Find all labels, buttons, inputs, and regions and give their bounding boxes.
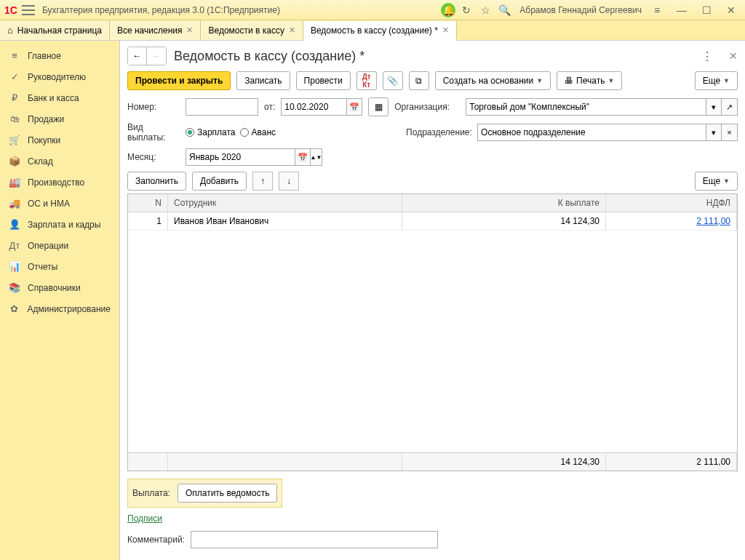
spinner-icon[interactable]: ▲▼ bbox=[311, 148, 322, 166]
number-label: Номер: bbox=[127, 102, 180, 112]
number-input[interactable] bbox=[186, 98, 258, 116]
total-tax: 2 111,00 bbox=[606, 453, 737, 471]
org-input[interactable] bbox=[466, 98, 706, 116]
star-icon[interactable]: ☆ bbox=[477, 2, 493, 18]
radio-icon bbox=[186, 128, 194, 137]
sidebar-item-admin[interactable]: ✿Администрирование bbox=[0, 298, 119, 319]
page-title: Ведомость в кассу (создание) * bbox=[174, 49, 364, 64]
date-input[interactable] bbox=[281, 98, 346, 116]
ruble-icon: ₽ bbox=[9, 92, 20, 103]
dropdown-icon[interactable]: ▾ bbox=[706, 98, 722, 116]
attach-button[interactable]: 📎 bbox=[383, 71, 403, 90]
details-button[interactable]: ▦ bbox=[368, 97, 389, 116]
truck-icon: 🚚 bbox=[9, 198, 20, 209]
forward-button[interactable]: → bbox=[147, 47, 166, 65]
main-toolbar: Провести и закрыть Записать Провести ДтК… bbox=[127, 71, 738, 90]
person-icon: 👤 bbox=[9, 219, 20, 230]
sidebar-item-production[interactable]: 🏭Производство bbox=[0, 172, 119, 193]
create-based-button[interactable]: Создать на основании▼ bbox=[435, 71, 551, 90]
sidebar-item-operations[interactable]: ДтОперации bbox=[0, 235, 119, 256]
tab-all-accruals[interactable]: Все начисления ✕ bbox=[110, 20, 202, 40]
post-button[interactable]: Провести bbox=[296, 71, 351, 90]
radio-icon bbox=[240, 128, 249, 137]
dept-label: Подразделение: bbox=[406, 127, 471, 137]
cell-topay: 14 124,30 bbox=[402, 212, 606, 230]
save-button[interactable]: Записать bbox=[236, 71, 290, 90]
sidebar-item-reports[interactable]: 📊Отчеты bbox=[0, 256, 119, 277]
radio-salary[interactable]: Зарплата bbox=[186, 127, 236, 137]
sidebar-item-purchases[interactable]: 🛒Покупки bbox=[0, 129, 119, 151]
cell-n: 1 bbox=[128, 212, 168, 230]
maximize-icon[interactable]: ☐ bbox=[698, 2, 714, 18]
table-row[interactable]: 1 Иванов Иван Иванович 14 124,30 2 111,0… bbox=[128, 212, 737, 231]
related-button[interactable]: ⧉ bbox=[409, 71, 429, 90]
sidebar-item-payroll[interactable]: 👤Зарплата и кадры bbox=[0, 214, 119, 235]
sidebar: ≡Главное ✓Руководителю ₽Банк и касса 🛍Пр… bbox=[0, 41, 120, 560]
close-icon[interactable]: ✕ bbox=[442, 25, 449, 35]
table-more-button[interactable]: Еще▼ bbox=[695, 172, 738, 191]
settings-lines-icon[interactable]: ≡ bbox=[649, 2, 665, 18]
history-icon[interactable]: ↻ bbox=[458, 2, 474, 18]
dtkt-button[interactable]: ДтКт bbox=[356, 71, 377, 90]
sidebar-item-main[interactable]: ≡Главное bbox=[0, 45, 119, 66]
month-input[interactable] bbox=[186, 148, 295, 166]
th-n[interactable]: N bbox=[128, 194, 168, 212]
post-and-close-button[interactable]: Провести и закрыть bbox=[127, 71, 231, 90]
tax-link[interactable]: 2 111,00 bbox=[696, 216, 730, 226]
sidebar-item-manager[interactable]: ✓Руководителю bbox=[0, 66, 119, 87]
move-up-button[interactable]: ↑ bbox=[252, 172, 273, 191]
table-header: N Сотрудник К выплате НДФЛ bbox=[128, 194, 737, 212]
tab-home[interactable]: ⌂ Начальная страница bbox=[0, 20, 110, 40]
month-label: Месяц: bbox=[127, 152, 180, 162]
nav-history: ← → bbox=[127, 47, 167, 65]
sidebar-item-label: Покупки bbox=[28, 135, 60, 145]
minimize-icon[interactable]: — bbox=[674, 2, 690, 18]
th-topay[interactable]: К выплате bbox=[402, 194, 606, 212]
box-icon: 📦 bbox=[9, 156, 20, 167]
tab-sheet-create[interactable]: Ведомость в кассу (создание) * ✕ bbox=[303, 21, 457, 41]
sidebar-item-label: Склад bbox=[28, 156, 53, 167]
close-window-icon[interactable]: ✕ bbox=[723, 2, 739, 18]
comment-input[interactable] bbox=[191, 531, 438, 548]
close-icon[interactable]: ✕ bbox=[186, 25, 193, 35]
menu-icon: ≡ bbox=[9, 50, 20, 61]
calendar-icon[interactable]: 📅 bbox=[295, 148, 311, 166]
clear-icon[interactable]: × bbox=[722, 124, 738, 141]
calendar-icon[interactable]: 📅 bbox=[346, 98, 362, 116]
home-icon: ⌂ bbox=[7, 25, 13, 36]
sidebar-item-label: Главное bbox=[28, 51, 61, 61]
footer-area: Выплата: Оплатить ведомость Подписи Комм… bbox=[127, 471, 738, 554]
sidebar-item-sales[interactable]: 🛍Продажи bbox=[0, 108, 119, 129]
username[interactable]: Абрамов Геннадий Сергеевич bbox=[519, 5, 642, 15]
print-button[interactable]: 🖶Печать▼ bbox=[557, 71, 622, 90]
pay-sheet-button[interactable]: Оплатить ведомость bbox=[178, 484, 278, 503]
table-body[interactable]: 1 Иванов Иван Иванович 14 124,30 2 111,0… bbox=[128, 212, 737, 452]
search-icon[interactable]: 🔍 bbox=[496, 2, 512, 18]
close-icon[interactable]: ✕ bbox=[289, 25, 295, 35]
move-down-button[interactable]: ↓ bbox=[279, 172, 299, 191]
add-button[interactable]: Добавить bbox=[192, 172, 247, 191]
radio-advance[interactable]: Аванс bbox=[240, 127, 276, 137]
tab-sheets-to-cash[interactable]: Ведомости в кассу ✕ bbox=[201, 20, 303, 40]
sidebar-item-catalogs[interactable]: 📚Справочники bbox=[0, 277, 119, 298]
th-tax[interactable]: НДФЛ bbox=[606, 194, 737, 212]
fill-button[interactable]: Заполнить bbox=[127, 172, 186, 191]
main-menu-icon[interactable] bbox=[22, 5, 35, 15]
sidebar-item-label: Производство bbox=[28, 177, 84, 188]
tab-label: Ведомости в кассу bbox=[208, 25, 284, 36]
sidebar-item-bank[interactable]: ₽Банк и касса bbox=[0, 87, 119, 108]
kebab-icon[interactable]: ⋮ bbox=[701, 49, 713, 63]
th-employee[interactable]: Сотрудник bbox=[168, 194, 402, 212]
sidebar-item-assets[interactable]: 🚚ОС и НМА bbox=[0, 193, 119, 214]
open-icon[interactable]: ↗ bbox=[722, 98, 738, 116]
dept-input[interactable] bbox=[477, 124, 706, 141]
close-content-icon[interactable]: ✕ bbox=[729, 50, 738, 62]
bell-icon[interactable]: 🔔 bbox=[441, 3, 455, 17]
total-topay: 14 124,30 bbox=[402, 453, 606, 471]
more-button[interactable]: Еще▼ bbox=[695, 71, 738, 90]
content-area: ← → Ведомость в кассу (создание) * ⋮ ✕ П… bbox=[120, 41, 745, 560]
sidebar-item-warehouse[interactable]: 📦Склад bbox=[0, 151, 119, 172]
signatures-link[interactable]: Подписи bbox=[127, 513, 162, 524]
back-button[interactable]: ← bbox=[128, 47, 147, 65]
dropdown-icon[interactable]: ▾ bbox=[706, 124, 722, 141]
